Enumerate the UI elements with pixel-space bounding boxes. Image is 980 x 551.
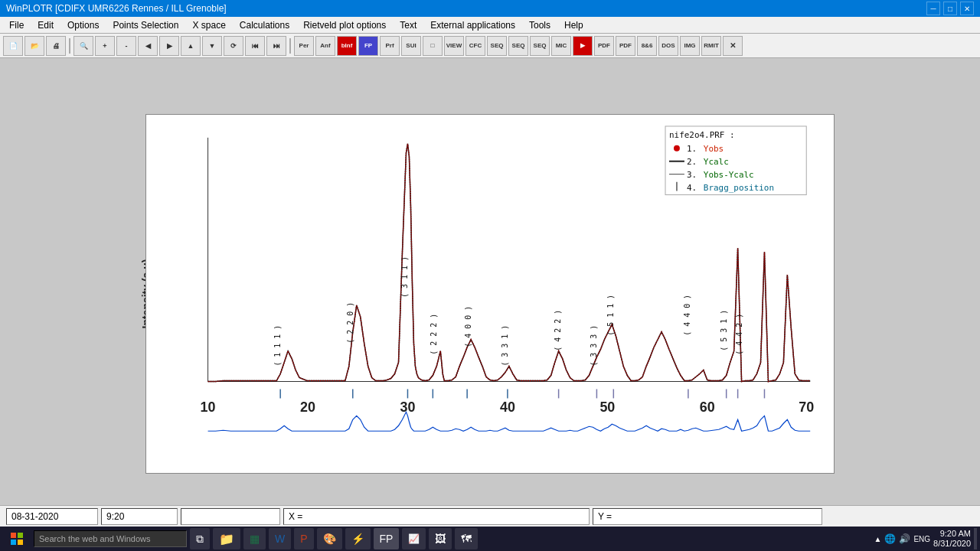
toolbar-seq3[interactable]: SEQ <box>530 36 550 56</box>
toolbar-red[interactable]: ▶ <box>573 36 593 56</box>
maximize-button[interactable]: □ <box>943 2 957 15</box>
svg-rect-51 <box>11 540 16 545</box>
menu-edit[interactable]: Edit <box>31 18 60 32</box>
toolbar-zoom[interactable]: 🔍 <box>74 36 93 56</box>
systray-volume: 🔊 <box>899 533 910 544</box>
menu-options[interactable]: Options <box>61 18 105 32</box>
taskbar-excel[interactable]: ▦ <box>243 528 266 549</box>
toolbar-zoom-out[interactable]: - <box>116 36 136 56</box>
taskbar-app10[interactable]: 🗺 <box>455 528 478 549</box>
svg-text:4.: 4. <box>687 183 697 193</box>
taskbar-word[interactable]: W <box>269 528 291 549</box>
toolbar-binf[interactable]: bInf <box>337 36 357 56</box>
taskbar-app7[interactable]: FP <box>374 528 400 549</box>
toolbar-sui[interactable]: SUI <box>401 36 421 56</box>
svg-text:( 2 2 0 ): ( 2 2 0 ) <box>346 302 354 344</box>
taskbar-app6[interactable]: ⚡ <box>345 528 371 549</box>
toolbar-rmit[interactable]: RMIT <box>701 36 721 56</box>
toolbar-per[interactable]: Per <box>294 36 314 56</box>
toolbar-dos[interactable]: DOS <box>658 36 678 56</box>
toolbar-cfc[interactable]: CFC <box>466 36 485 56</box>
toolbar-print[interactable]: 🖨 <box>46 36 66 56</box>
start-button[interactable] <box>3 528 31 549</box>
toolbar-prev[interactable]: ⏮ <box>245 36 265 56</box>
svg-text:70: 70 <box>799 399 814 415</box>
svg-text:50: 50 <box>599 399 615 415</box>
toolbar-new[interactable]: 📄 <box>3 36 23 56</box>
svg-text:( 3 3 3 ): ( 3 3 3 ) <box>590 325 598 367</box>
toolbar-anf[interactable]: Anf <box>315 36 335 56</box>
toolbar-close[interactable]: ✕ <box>723 36 743 56</box>
toolbar-866[interactable]: 8&6 <box>637 36 657 56</box>
menu-file[interactable]: File <box>3 18 30 32</box>
toolbar-img[interactable]: IMG <box>680 36 700 56</box>
svg-point-37 <box>674 145 680 152</box>
taskbar-task-view[interactable]: ⧉ <box>190 528 210 549</box>
menu-bar: File Edit Options Points Selection X spa… <box>0 17 980 34</box>
toolbar-open[interactable]: 📂 <box>24 36 44 56</box>
clock-time: 9:20 AM <box>933 529 971 539</box>
svg-text:( 4 4 2 ): ( 4 4 2 ) <box>735 314 743 355</box>
menu-help[interactable]: Help <box>558 18 590 32</box>
menu-external[interactable]: External applications <box>424 18 521 32</box>
svg-text:2.: 2. <box>687 157 697 167</box>
toolbar-fp[interactable]: FP <box>358 36 378 56</box>
taskbar: Search the web and Windows ⧉ 📁 ▦ W P 🎨 ⚡… <box>0 527 980 551</box>
toolbar-pdf1[interactable]: PDF <box>594 36 614 56</box>
show-desktop[interactable] <box>974 528 977 549</box>
chart-svg: 10 20 30 40 50 60 70 <box>146 115 834 473</box>
svg-text:60: 60 <box>700 399 715 415</box>
svg-rect-50 <box>18 533 23 538</box>
toolbar-next[interactable]: ⏭ <box>266 36 286 56</box>
toolbar-box1[interactable]: □ <box>423 36 443 56</box>
chart-container[interactable]: 10 20 30 40 50 60 70 <box>145 114 835 474</box>
toolbar-prf[interactable]: Prf <box>380 36 400 56</box>
toolbar-seq[interactable]: SEQ <box>487 36 507 56</box>
status-time: 9:20 <box>101 508 178 525</box>
svg-text:( 1 1 1 ): ( 1 1 1 ) <box>273 325 282 367</box>
toolbar-down[interactable]: ▼ <box>202 36 222 56</box>
svg-text:( 5 1 1 ): ( 5 1 1 ) <box>606 295 615 336</box>
taskbar-app8[interactable]: 📈 <box>402 528 426 549</box>
toolbar: 📄 📂 🖨 🔍 + - ◀ ▶ ▲ ▼ ⟳ ⏮ ⏭ Per Anf bInf F… <box>0 34 980 58</box>
menu-calculations[interactable]: Calculations <box>234 18 296 32</box>
systray-network: 🌐 <box>884 533 896 544</box>
taskbar-ppt[interactable]: P <box>294 528 313 549</box>
menu-text[interactable]: Text <box>394 18 423 32</box>
systray-up[interactable]: ▲ <box>874 535 881 543</box>
search-box[interactable]: Search the web and Windows <box>34 530 187 547</box>
menu-x-space[interactable]: X space <box>186 18 231 32</box>
toolbar-right[interactable]: ▶ <box>159 36 179 56</box>
toolbar-zoom-in[interactable]: + <box>95 36 115 56</box>
svg-text:( 4 4 0 ): ( 4 4 0 ) <box>683 295 691 336</box>
menu-tools[interactable]: Tools <box>523 18 557 32</box>
minimize-button[interactable]: ─ <box>926 2 940 15</box>
taskbar-app5[interactable]: 🎨 <box>317 528 342 549</box>
svg-text:10: 10 <box>201 399 216 415</box>
menu-points-selection[interactable]: Points Selection <box>106 18 185 32</box>
menu-rietveld[interactable]: Rietveld plot options <box>297 18 392 32</box>
toolbar-up[interactable]: ▲ <box>181 36 201 56</box>
toolbar-left[interactable]: ◀ <box>138 36 158 56</box>
toolbar-view[interactable]: VIEW <box>444 36 464 56</box>
search-placeholder: Search the web and Windows <box>39 534 151 543</box>
svg-text:Yobs-Ycalc: Yobs-Ycalc <box>704 170 754 180</box>
systray-keyboard: ENG <box>913 535 930 543</box>
svg-text:( 4 0 0 ): ( 4 0 0 ) <box>464 306 472 347</box>
toolbar-pdf2[interactable]: PDF <box>616 36 635 56</box>
toolbar-reset[interactable]: ⟳ <box>224 36 243 56</box>
svg-rect-52 <box>18 540 23 545</box>
close-button[interactable]: ✕ <box>960 2 974 15</box>
svg-text:( 3 3 1 ): ( 3 3 1 ) <box>501 325 509 367</box>
svg-text:30: 30 <box>400 399 415 415</box>
clock-date: 8/31/2020 <box>933 539 971 549</box>
svg-rect-49 <box>11 533 16 538</box>
taskbar-app9[interactable]: 🖼 <box>429 528 452 549</box>
y-label: Y = <box>598 511 612 522</box>
chart-wrapper: Intensity (a.u) 10 20 30 40 5 <box>145 114 835 474</box>
taskbar-file-explorer[interactable]: 📁 <box>213 528 240 549</box>
main-content: Intensity (a.u) 10 20 30 40 5 <box>0 58 980 530</box>
svg-text:20: 20 <box>300 399 315 415</box>
toolbar-seq2[interactable]: SEQ <box>508 36 528 56</box>
toolbar-mic[interactable]: MIC <box>551 36 571 56</box>
